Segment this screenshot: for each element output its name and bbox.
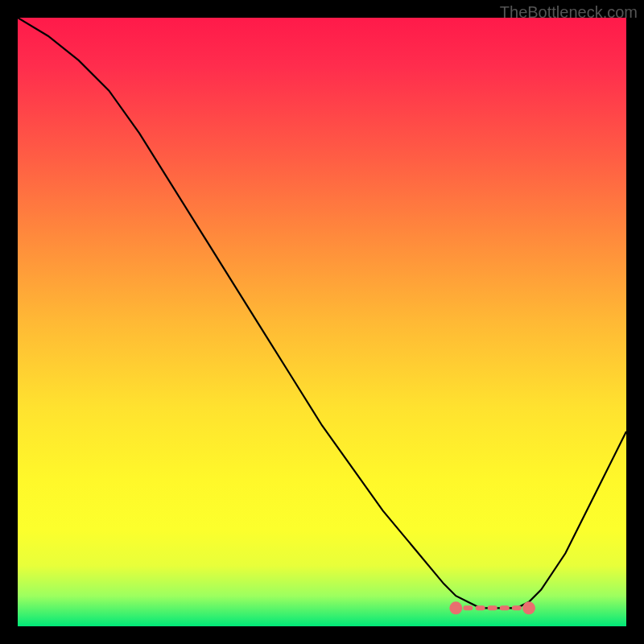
chart-svg (18, 18, 626, 626)
plot-area (18, 18, 626, 626)
chart-curve (18, 18, 626, 608)
watermark-text: TheBottleneck.com (500, 3, 638, 22)
